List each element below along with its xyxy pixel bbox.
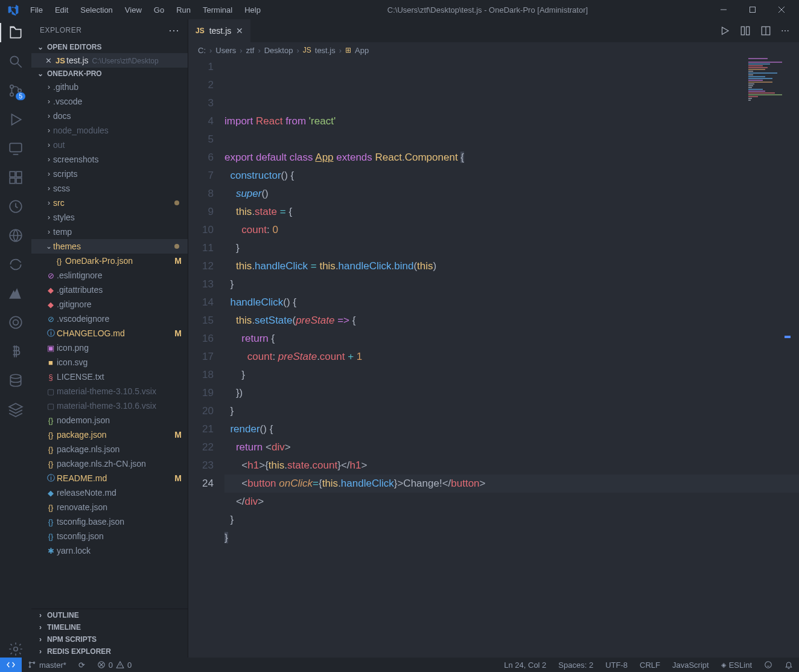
menu-help[interactable]: Help	[240, 3, 266, 17]
file-tsconfig-json[interactable]: {}tsconfig.json	[31, 529, 188, 543]
source-control-icon[interactable]: 5	[7, 82, 24, 99]
file-material-theme-3-10-6-vsix[interactable]: ▢material-theme-3.10.6.vsix	[31, 398, 188, 413]
target-icon[interactable]	[7, 314, 24, 331]
file-tsconfig-base-json[interactable]: {}tsconfig.base.json	[31, 514, 188, 529]
git-branch[interactable]: master*	[22, 658, 72, 672]
menu-run[interactable]: Run	[171, 3, 196, 17]
remote-explorer-icon[interactable]	[7, 140, 24, 157]
cursor-position[interactable]: Ln 24, Col 2	[498, 658, 552, 672]
extensions-icon[interactable]	[7, 169, 24, 186]
close-icon[interactable]: ✕	[42, 56, 54, 65]
svg-rect-25	[746, 27, 750, 35]
menu-selection[interactable]: Selection	[75, 3, 117, 17]
sidebar-bottom-sections: ›OUTLINE›TIMELINE›NPM SCRIPTS›REDIS EXPL…	[31, 609, 188, 658]
line-number: 5	[188, 130, 214, 149]
encoding[interactable]: UTF-8	[599, 658, 634, 672]
file-changelog-md[interactable]: ⓘCHANGELOG.mdM	[31, 326, 188, 341]
file--eslintignore[interactable]: ⊘.eslintignore	[31, 268, 188, 283]
file-icon-png[interactable]: ▣icon.png	[31, 341, 188, 355]
folder-scss[interactable]: ›scss	[31, 181, 188, 196]
testing-icon[interactable]	[7, 198, 24, 215]
breadcrumb-segment[interactable]: test.js	[315, 46, 336, 55]
file-package-nls-json[interactable]: {}package.nls.json	[31, 442, 188, 456]
file--gitignore[interactable]: ◆.gitignore	[31, 297, 188, 312]
azure-icon[interactable]	[7, 285, 24, 302]
section-timeline[interactable]: ›TIMELINE	[31, 621, 188, 633]
sync-icon[interactable]	[7, 256, 24, 273]
maximize-button[interactable]	[739, 0, 766, 19]
folder-screenshots[interactable]: ›screenshots	[31, 152, 188, 167]
diff-icon[interactable]	[740, 25, 751, 36]
bitcoin-icon[interactable]	[7, 343, 24, 360]
tab-close-icon[interactable]: ✕	[236, 26, 243, 36]
file-license-txt[interactable]: §LICENSE.txt	[31, 370, 188, 384]
layers-icon[interactable]	[7, 401, 24, 418]
folder-out[interactable]: ›out	[31, 138, 188, 152]
file-onedark-pro-json[interactable]: {}OneDark-Pro.jsonM	[31, 254, 188, 268]
open-editor-item[interactable]: ✕ JS test.jsC:\Users\ztf\Desktop	[31, 53, 188, 68]
more-actions-icon[interactable]: ⋯	[781, 26, 789, 36]
file-package-json[interactable]: {}package.jsonM	[31, 427, 188, 442]
close-button[interactable]	[768, 0, 795, 19]
menu-terminal[interactable]: Terminal	[198, 3, 237, 17]
file-renovate-json[interactable]: {}renovate.json	[31, 500, 188, 514]
file-material-theme-3-10-5-vsix[interactable]: ▢material-theme-3.10.5.vsix	[31, 384, 188, 398]
folder--vscode[interactable]: ›.vscode	[31, 94, 188, 109]
sidebar-more-icon[interactable]: ⋯	[168, 24, 180, 37]
section-redis-explorer[interactable]: ›REDIS EXPLORER	[31, 645, 188, 658]
split-editor-icon[interactable]	[760, 25, 771, 36]
folder-themes[interactable]: ⌄themes	[31, 239, 188, 254]
file-icon-svg[interactable]: ■icon.svg	[31, 355, 188, 370]
file-nodemon-json[interactable]: {}nodemon.json	[31, 413, 188, 427]
minimize-button[interactable]	[710, 0, 737, 19]
search-icon[interactable]	[7, 53, 24, 70]
file-readme-md[interactable]: ⓘREADME.mdM	[31, 471, 188, 485]
breadcrumb-segment[interactable]: App	[355, 46, 369, 55]
folder-docs[interactable]: ›docs	[31, 109, 188, 123]
folder-styles[interactable]: ›styles	[31, 210, 188, 225]
notifications-icon[interactable]	[778, 658, 799, 672]
settings-gear-icon[interactable]	[7, 641, 24, 658]
eslint-status[interactable]: ◈ESLint	[715, 658, 758, 672]
folder-scripts[interactable]: ›scripts	[31, 167, 188, 181]
git-sync[interactable]: ⟳	[72, 658, 91, 672]
indentation[interactable]: Spaces: 2	[552, 658, 599, 672]
breadcrumb-segment[interactable]: Desktop	[264, 46, 293, 55]
code-editor[interactable]: 123456789101112131415161718192021222324 …	[188, 58, 799, 658]
breadcrumb-segment[interactable]: ztf	[246, 46, 255, 55]
file-package-nls-zh-cn-json[interactable]: {}package.nls.zh-CN.json	[31, 456, 188, 471]
menu-go[interactable]: Go	[149, 3, 169, 17]
editor-tab[interactable]: JS test.js ✕	[188, 19, 250, 42]
section-npm-scripts[interactable]: ›NPM SCRIPTS	[31, 633, 188, 645]
menu-view[interactable]: View	[120, 3, 147, 17]
folder-src[interactable]: ›src	[31, 196, 188, 210]
run-debug-icon[interactable]	[7, 111, 24, 128]
file-yarn-lock[interactable]: ✱yarn.lock	[31, 543, 188, 558]
file-releasenote-md[interactable]: ◆releaseNote.md	[31, 485, 188, 500]
explorer-icon[interactable]	[7, 24, 24, 41]
chevron-right-icon: ›	[45, 228, 53, 236]
file--gitattributes[interactable]: ◆.gitattributes	[31, 283, 188, 297]
file--vscodeignore[interactable]: ⊘.vscodeignore	[31, 312, 188, 326]
database-icon[interactable]	[7, 372, 24, 389]
run-file-icon[interactable]	[719, 25, 730, 36]
folder-node_modules[interactable]: ›node_modules	[31, 123, 188, 138]
language-mode[interactable]: JavaScript	[666, 658, 715, 672]
section-label: REDIS EXPLORER	[47, 647, 111, 656]
code-content[interactable]: import React from 'react' export default…	[224, 58, 799, 658]
browser-icon[interactable]	[7, 227, 24, 244]
breadcrumb-segment[interactable]: C:	[198, 46, 206, 55]
eol[interactable]: CRLF	[634, 658, 666, 672]
menu-edit[interactable]: Edit	[50, 3, 73, 17]
feedback-icon[interactable]	[758, 658, 778, 672]
section-outline[interactable]: ›OUTLINE	[31, 609, 188, 621]
workspace-root-section[interactable]: ⌄ ONEDARK-PRO	[31, 68, 188, 80]
menu-file[interactable]: File	[25, 3, 48, 17]
breadcrumb-segment[interactable]: Users	[215, 46, 236, 55]
breadcrumbs[interactable]: C:›Users›ztf›Desktop›JStest.js›⊞App	[188, 42, 799, 58]
open-editors-section[interactable]: ⌄ OPEN EDITORS	[31, 41, 188, 53]
problems[interactable]: 0 0	[91, 658, 138, 672]
remote-indicator-icon[interactable]	[0, 658, 22, 672]
folder-temp[interactable]: ›temp	[31, 225, 188, 239]
folder--github[interactable]: ›.github	[31, 80, 188, 94]
